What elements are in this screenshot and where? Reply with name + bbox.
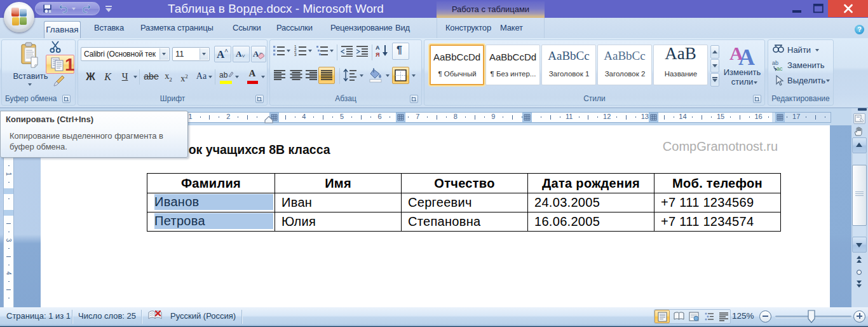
svg-text:Я: Я [376, 52, 379, 58]
svg-text:ac: ac [776, 66, 783, 71]
svg-text:А: А [376, 45, 380, 51]
svg-text:ab: ab [219, 71, 228, 80]
svg-text:A: A [738, 45, 755, 66]
svg-text:3: 3 [294, 52, 297, 57]
